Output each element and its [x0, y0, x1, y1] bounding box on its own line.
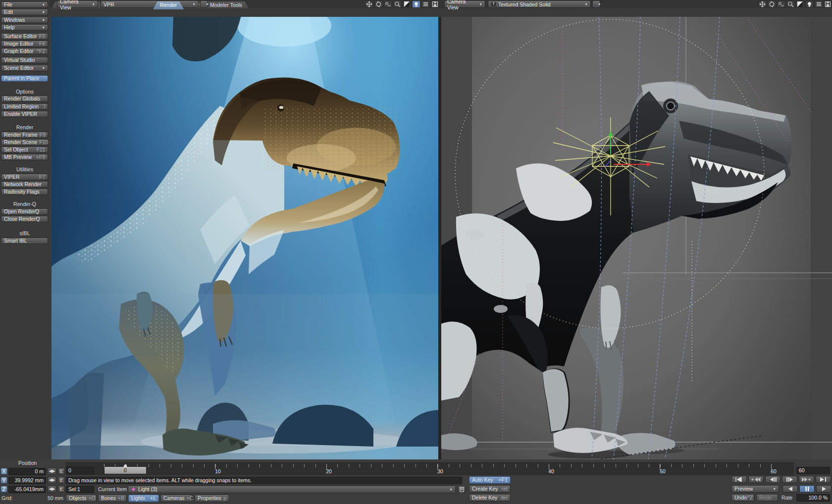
timeline-slider-handle[interactable]: 0 [104, 466, 147, 474]
chevron-down-icon: ▼ [42, 9, 45, 15]
sidebar-item-render-scene[interactable]: Render SceneF10 [1, 139, 48, 146]
sidebar-item-network-render[interactable]: Network Render [1, 181, 48, 188]
x-envelope-button[interactable]: E [58, 468, 65, 475]
sidebar-item-limited-region[interactable]: Limited Regionl [1, 103, 48, 110]
sidebar-item-open-renderq[interactable]: Open RenderQ [1, 208, 48, 215]
current-item-dropdown[interactable]: Light (3)▼ [128, 486, 456, 493]
save-view-icon[interactable] [824, 0, 832, 8]
sidebar-item-mb-preview[interactable]: MB Preview+F9 [1, 154, 48, 160]
auto-key-button[interactable]: Auto Key+F1 [469, 476, 511, 484]
frame-mark: 10 [208, 468, 228, 474]
textured-badge-icon: T [491, 1, 496, 7]
next-key-button[interactable] [799, 476, 814, 483]
sidebar-item-surface-editor[interactable]: Surface EditorF5 [1, 33, 48, 40]
save-view-icon[interactable] [431, 0, 439, 8]
left-viewport-menu-button[interactable]: ▼ [200, 0, 208, 8]
sidebar-item-close-renderq[interactable]: Close RenderQ [1, 216, 48, 222]
properties-button[interactable]: Propertiesp [195, 495, 229, 502]
play-button[interactable] [816, 485, 832, 493]
sidebar-item-enable-viper[interactable]: Enable VIPER [1, 111, 48, 117]
cameras-button[interactable]: Cameras+C [160, 495, 192, 502]
sidebar-item-virtual-studio[interactable]: Virtual Studio [1, 57, 48, 63]
pan-icon[interactable] [365, 0, 373, 8]
rotate-icon[interactable] [374, 0, 383, 8]
menu-file[interactable]: File▼ [1, 1, 48, 8]
grid-label: Grid: [1, 495, 13, 502]
y-envelope-button[interactable]: E [58, 477, 65, 484]
z-axis-button[interactable]: Z [0, 486, 7, 493]
right-viewport-menu-button[interactable]: ▼ [592, 0, 600, 8]
menu-edit[interactable]: Edit▼ [1, 9, 48, 15]
viewport-list-icon[interactable] [815, 0, 823, 8]
lights-button[interactable]: Lights+L [128, 495, 159, 502]
sidebar-item-parent-in-place[interactable]: Parent in Place [1, 75, 48, 82]
chevron-down-icon: ▼ [42, 25, 45, 30]
viewport-list-icon[interactable] [421, 0, 430, 8]
prev-key-button[interactable] [748, 476, 764, 483]
y-value-field[interactable]: 39.9992 mm [8, 477, 46, 484]
step-back-button[interactable] [765, 476, 780, 483]
bones-button[interactable]: Bones+B [98, 495, 127, 502]
step-forward-button[interactable] [782, 476, 797, 483]
sidebar-item-image-editor[interactable]: Image EditorF6 [1, 41, 48, 47]
left-view-type-dropdown[interactable]: Camera View▼ [57, 0, 98, 8]
pan-icon[interactable] [758, 0, 767, 8]
sidebar-item-scene-editor[interactable]: Scene Editor▼ [1, 65, 48, 71]
x-value-field[interactable]: 0 m [8, 468, 46, 475]
sidebar-item-render-globals[interactable]: Render Globals [1, 96, 48, 102]
last-frame-field[interactable]: 60 [796, 467, 830, 474]
chevron-down-icon: ▼ [773, 486, 776, 492]
delete-key-button[interactable]: Delete Keydel [469, 494, 511, 502]
maximize-viewport-icon[interactable] [403, 0, 411, 8]
rotate-icon[interactable] [768, 0, 776, 8]
go-to-start-button[interactable] [731, 476, 747, 483]
sidebar-item-graph-editor[interactable]: Graph Editor^F2 [1, 48, 48, 54]
frame-mark: 60 [764, 468, 783, 474]
right-view-type-dropdown[interactable]: Camera View▼ [444, 0, 485, 8]
preview-dropdown[interactable]: Preview▼ [731, 485, 779, 493]
item-properties-button[interactable] [458, 486, 466, 493]
go-to-end-button[interactable] [816, 476, 831, 483]
magnify-icon[interactable] [393, 0, 402, 8]
x-nudge-button[interactable]: ◀▶ [48, 468, 56, 475]
right-render-mode-dropdown[interactable]: TTextured Shaded Solid▼ [488, 0, 591, 8]
opengl-viewport[interactable] [441, 17, 832, 459]
tab-render[interactable]: Render [153, 1, 184, 9]
sidebar-item-render-frame[interactable]: Render FrameF9 [1, 132, 48, 138]
z-nudge-button[interactable]: ◀▶ [48, 486, 56, 493]
sidebar-item-sel-object[interactable]: Sel ObjectF11 [1, 147, 48, 153]
timeline-ruler[interactable]: 10 20 30 40 50 60 [66, 462, 794, 475]
chevron-down-icon: ▼ [582, 1, 588, 7]
rate-label: Rate [781, 495, 792, 501]
left-render-mode-dropdown[interactable]: VPR▼ [101, 0, 199, 8]
menu-windows[interactable]: Windows▼ [1, 17, 48, 23]
zoom-drag-icon[interactable] [384, 0, 392, 8]
chevron-down-icon: ▼ [450, 487, 453, 492]
lightwave-layout-window: File▼ Edit▼ Windows▼ Help▼ Surface Edito… [0, 0, 832, 504]
sidebar-item-radiosity-flags[interactable]: Radiosity Flags [1, 189, 48, 195]
light-item-icon [131, 487, 136, 492]
render-preview-icon[interactable] [805, 0, 814, 8]
menu-help[interactable]: Help▼ [1, 24, 48, 31]
y-axis-button[interactable]: Y [0, 477, 7, 484]
z-value-field[interactable]: -65.0419mm [8, 486, 46, 493]
undo-button[interactable]: Undo^Z [731, 494, 754, 502]
sidebar-item-smart-ibl[interactable]: Smart IBL [1, 238, 48, 244]
z-envelope-button[interactable]: E [58, 486, 65, 493]
rate-field[interactable]: 100.0 % [796, 494, 830, 502]
y-nudge-button[interactable]: ◀▶ [48, 477, 56, 484]
maximize-viewport-icon[interactable] [796, 0, 804, 8]
vpr-viewport[interactable] [52, 17, 438, 459]
objects-button[interactable]: Objects+O [66, 495, 97, 502]
pause-button[interactable] [799, 485, 815, 493]
render-preview-icon[interactable] [412, 0, 420, 8]
frame-mark: 30 [430, 468, 450, 474]
sidebar-item-viper[interactable]: VIPERF7 [1, 174, 48, 180]
zoom-drag-icon[interactable] [777, 0, 785, 8]
play-reverse-button[interactable] [782, 485, 798, 493]
magnify-icon[interactable] [786, 0, 795, 8]
first-frame-field[interactable]: 0 [66, 467, 94, 474]
create-key-button[interactable]: Create Keyret [469, 485, 511, 493]
x-axis-button[interactable]: X [0, 468, 7, 475]
redo-button[interactable]: Redo [756, 494, 778, 502]
